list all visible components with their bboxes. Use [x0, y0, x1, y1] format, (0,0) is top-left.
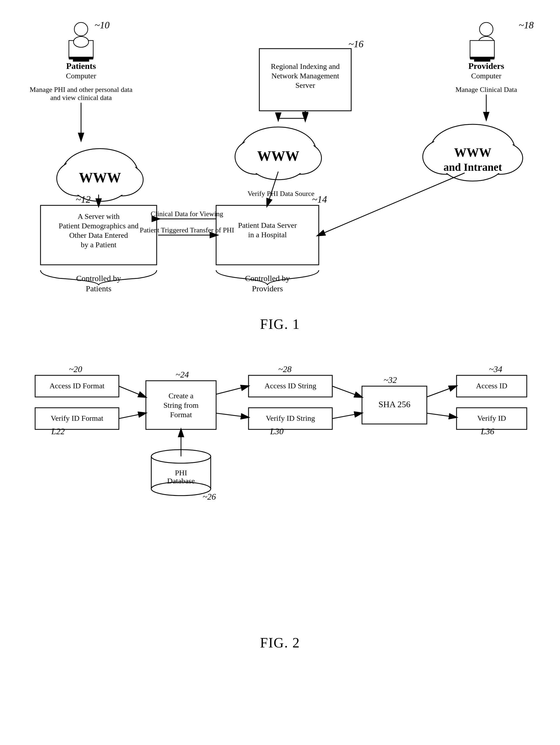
- svg-text:Controlled by: Controlled by: [245, 274, 290, 283]
- svg-text:WWW: WWW: [257, 148, 299, 164]
- svg-text:~34: ~34: [489, 364, 502, 374]
- svg-text:L36: L36: [481, 426, 494, 436]
- svg-text:Format: Format: [170, 411, 192, 419]
- svg-text:Network Management: Network Management: [271, 72, 339, 80]
- svg-text:Patient Data Server: Patient Data Server: [238, 221, 297, 229]
- svg-point-46: [74, 23, 88, 36]
- fig2-svg: Access ID Format ~20 Verify ID Format L2…: [27, 359, 540, 629]
- svg-text:L30: L30: [270, 426, 284, 436]
- svg-text:Computer: Computer: [471, 72, 502, 80]
- svg-text:~20: ~20: [69, 364, 82, 374]
- svg-text:Regional Indexing and: Regional Indexing and: [271, 62, 339, 70]
- svg-point-53: [480, 23, 493, 36]
- svg-text:Computer: Computer: [66, 72, 96, 80]
- svg-text:Other Data Entered: Other Data Entered: [69, 231, 128, 239]
- svg-text:Clinical Data for Viewing: Clinical Data for Viewing: [151, 210, 223, 218]
- svg-text:Manage PHI and other personal : Manage PHI and other personal data: [30, 86, 133, 94]
- svg-text:Database: Database: [167, 477, 195, 485]
- svg-rect-44: [69, 57, 93, 60]
- svg-text:Controlled by: Controlled by: [76, 274, 121, 283]
- svg-text:~16: ~16: [349, 39, 363, 50]
- svg-line-118: [332, 413, 361, 419]
- svg-text:Providers: Providers: [468, 61, 504, 71]
- svg-line-113: [119, 413, 145, 419]
- svg-line-117: [332, 386, 361, 397]
- svg-text:~18: ~18: [519, 20, 533, 31]
- svg-text:Verify ID: Verify ID: [477, 414, 506, 422]
- svg-text:Manage Clinical Data: Manage Clinical Data: [456, 86, 517, 94]
- svg-line-112: [119, 386, 145, 397]
- svg-line-120: [427, 413, 456, 417]
- svg-text:Patients: Patients: [66, 61, 96, 71]
- svg-text:SHA 256: SHA 256: [378, 399, 410, 409]
- svg-text:and Intranet: and Intranet: [443, 161, 502, 173]
- svg-text:Access ID Format: Access ID Format: [50, 382, 104, 390]
- svg-line-119: [427, 386, 456, 397]
- svg-line-115: [216, 413, 248, 417]
- svg-text:and view clinical data: and view clinical data: [50, 94, 112, 102]
- svg-rect-59: [474, 60, 490, 62]
- svg-text:~32: ~32: [384, 375, 397, 385]
- svg-text:Patient Triggered Transfer of : Patient Triggered Transfer of PHI: [140, 226, 234, 234]
- svg-text:Server: Server: [295, 81, 315, 90]
- svg-text:WWW: WWW: [79, 170, 121, 185]
- svg-text:Access ID: Access ID: [476, 382, 507, 390]
- svg-text:Verify ID String: Verify ID String: [266, 414, 315, 422]
- svg-text:by a Patient: by a Patient: [81, 240, 117, 249]
- svg-text:WWW: WWW: [454, 145, 491, 159]
- svg-text:~12: ~12: [76, 194, 91, 205]
- svg-text:~10: ~10: [95, 20, 109, 31]
- svg-text:Patients: Patients: [86, 284, 111, 293]
- fig1-diagram: WWW WWW: [27, 22, 533, 386]
- svg-point-47: [73, 36, 89, 47]
- svg-text:in a Hospital: in a Hospital: [248, 230, 287, 239]
- svg-text:Verify ID Format: Verify ID Format: [51, 414, 103, 422]
- page: WWW WWW: [0, 0, 560, 745]
- svg-text:PHI: PHI: [175, 468, 187, 477]
- fig1-svg: WWW WWW: [27, 22, 533, 386]
- svg-text:~24: ~24: [175, 370, 189, 379]
- svg-text:~26: ~26: [203, 492, 216, 501]
- svg-text:Verify PHI Data Source: Verify PHI Data Source: [248, 190, 315, 197]
- svg-text:Patient Demographics and: Patient Demographics and: [59, 222, 138, 230]
- svg-line-70: [319, 173, 465, 235]
- svg-text:String from: String from: [163, 401, 199, 410]
- svg-text:A Server with: A Server with: [77, 212, 120, 221]
- svg-rect-57: [470, 40, 494, 58]
- svg-text:~28: ~28: [278, 364, 292, 374]
- svg-text:Access ID String: Access ID String: [264, 382, 316, 390]
- svg-line-114: [216, 386, 248, 394]
- svg-text:L22: L22: [51, 426, 65, 436]
- fig2-diagram: Access ID Format ~20 Verify ID Format L2…: [27, 359, 533, 656]
- svg-rect-58: [470, 57, 494, 60]
- svg-text:Providers: Providers: [252, 284, 283, 293]
- svg-text:Create a: Create a: [169, 392, 194, 400]
